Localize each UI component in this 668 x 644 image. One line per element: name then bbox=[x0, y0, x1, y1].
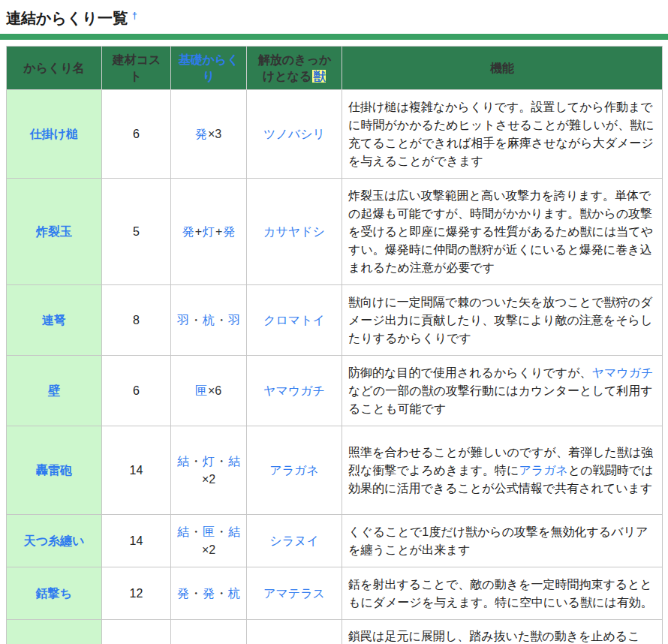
base-karakuri-link[interactable]: 羽 bbox=[177, 314, 189, 327]
beast-inline-link[interactable]: アラガネ bbox=[519, 464, 568, 477]
beast-link[interactable]: カサヤドシ bbox=[263, 225, 325, 238]
base-karakuri-link[interactable]: 灯 bbox=[203, 455, 215, 468]
unlock-beast-cell: ヤマウガチ bbox=[247, 356, 342, 426]
build-cost-cell: 12 bbox=[102, 567, 171, 620]
text-segment: ・ bbox=[189, 455, 203, 468]
base-karakuri-link[interactable]: 発 bbox=[203, 587, 215, 600]
beast-link[interactable]: シラヌイ bbox=[269, 534, 319, 547]
section-divider-bar bbox=[0, 34, 668, 40]
text-segment: ×2 bbox=[201, 473, 216, 486]
table-row: 壁6匣×6ヤマウガチ防御的な目的で使用されるからくりですが、ヤマウガチなどの一部… bbox=[7, 356, 663, 426]
beast-link[interactable]: アラガネ bbox=[269, 464, 319, 477]
base-karakuri-link[interactable]: 結 bbox=[228, 455, 240, 468]
beast-inline-link[interactable]: ヤマウガチ bbox=[592, 366, 654, 379]
function-desc-cell: 炸裂玉は広い攻撃範囲と高い攻撃力を誇ります。単体での起爆も可能ですが、時間がかか… bbox=[342, 179, 663, 285]
karakuri-name-link[interactable]: 天つ糸纏い bbox=[24, 534, 85, 547]
karakuri-name-link[interactable]: 壁 bbox=[48, 384, 60, 397]
karakuri-name-cell: 炸裂玉 bbox=[7, 179, 102, 285]
base-karakuri-cell: 発×3 bbox=[171, 90, 247, 179]
karakuri-name-cell: 仕掛け槌 bbox=[7, 90, 102, 179]
base-karakuri-link[interactable]: 灯 bbox=[203, 225, 215, 238]
base-karakuri-link[interactable]: 発 bbox=[195, 128, 207, 140]
page-title-text: 連結からくり一覧 bbox=[6, 10, 128, 26]
base-karakuri-cell: 羽・杭・羽 bbox=[171, 285, 247, 356]
text-segment: ×3 bbox=[207, 128, 222, 140]
karakuri-name-link[interactable]: 銛撃ち bbox=[36, 587, 72, 600]
function-desc-text: 防御的な目的で使用されるからくりですが、 bbox=[348, 366, 592, 379]
base-karakuri-line: 結・灯・結 bbox=[177, 453, 240, 471]
text-segment: からくり名 bbox=[23, 62, 86, 74]
column-header-build-cost: 建材コスト bbox=[102, 47, 171, 90]
build-cost-cell: 8 bbox=[102, 285, 171, 356]
unlock-beast-cell bbox=[247, 620, 342, 644]
base-karakuri-cell: 発・発・杭 bbox=[171, 567, 247, 620]
karakuri-name-link[interactable]: 轟雷砲 bbox=[36, 464, 72, 477]
base-karakuri-header-link[interactable]: 基礎からくり bbox=[178, 53, 239, 83]
base-karakuri-link[interactable]: 匣 bbox=[195, 384, 207, 397]
base-karakuri-cell: 結・灯・結×2 bbox=[171, 426, 247, 515]
unlock-beast-cell: シラヌイ bbox=[247, 515, 342, 567]
base-karakuri-line: ×2 bbox=[177, 541, 240, 559]
base-karakuri-cell: 発+灯+発 bbox=[171, 179, 247, 285]
table-row: 天つ糸纏い14結・匣・結×2シラヌイくぐることで1度だけ獣からの攻撃を無効化する… bbox=[7, 515, 663, 567]
function-desc-text: などの一部の獣の攻撃行動にはカウンターとして利用することも可能です bbox=[348, 384, 653, 415]
function-desc-text: 炸裂玉は広い攻撃範囲と高い攻撃力を誇ります。単体での起爆も可能ですが、時間がかか… bbox=[348, 189, 653, 274]
base-karakuri-link[interactable]: 杭 bbox=[228, 587, 240, 600]
base-karakuri-line: 羽・杭・羽 bbox=[177, 311, 240, 330]
anchor-link[interactable]: † bbox=[132, 11, 137, 21]
base-karakuri-line: 発+灯+発 bbox=[177, 223, 240, 241]
function-desc-cell: 防御的な目的で使用されるからくりですが、ヤマウガチなどの一部の獣の攻撃行動にはカ… bbox=[342, 356, 663, 426]
text-segment: ・ bbox=[215, 525, 228, 538]
text-segment: ×2 bbox=[201, 543, 216, 556]
base-karakuri-link[interactable]: 結 bbox=[177, 525, 189, 538]
build-cost-cell: 5 bbox=[102, 179, 171, 285]
beast-link[interactable]: アマテラス bbox=[263, 587, 325, 600]
table-head: からくり名建材コスト基礎からくり解放のきっかけとなる獣機能 bbox=[7, 47, 663, 90]
column-header-unlock-beast: 解放のきっかけとなる獣 bbox=[247, 47, 342, 90]
base-karakuri-link[interactable]: 発 bbox=[182, 225, 194, 238]
base-karakuri-link[interactable]: 杭 bbox=[203, 314, 215, 327]
table-body: 仕掛け槌6発×3ツノバシリ仕掛け槌は複雑なからくりです。設置してから作動までに時… bbox=[7, 90, 663, 644]
beast-link[interactable]: クロマトイ bbox=[263, 314, 325, 327]
table-row: 炸裂玉5発+灯+発カサヤドシ炸裂玉は広い攻撃範囲と高い攻撃力を誇ります。単体での… bbox=[7, 179, 663, 285]
karakuri-name-cell: 銛撃ち bbox=[7, 567, 102, 620]
text-segment: ×6 bbox=[207, 384, 222, 397]
karakuri-name-link[interactable]: 連弩 bbox=[42, 314, 66, 327]
function-desc-text: くぐることで1度だけ獣からの攻撃を無効化するバリアを纏うことが出来ます bbox=[348, 525, 648, 556]
function-desc-cell: 銛を射出することで、敵の動きを一定時間拘束するとともにダメージを与えます。特に空… bbox=[342, 567, 663, 620]
unlock-beast-cell: クロマトイ bbox=[247, 285, 342, 356]
function-desc-text: 仕掛け槌は複雑なからくりです。設置してから作動までに時間がかかるためヒットさせる… bbox=[348, 101, 654, 167]
unlock-beast-cell: ツノバシリ bbox=[247, 90, 342, 179]
text-segment: ・ bbox=[215, 587, 228, 600]
text-segment: ・ bbox=[215, 455, 228, 468]
function-desc-text: 鎖罠は足元に展開し、踏み抜いた獣の動きを止めるこ bbox=[348, 630, 640, 642]
base-karakuri-link[interactable]: 結 bbox=[177, 455, 189, 468]
karakuri-table: からくり名建材コスト基礎からくり解放のきっかけとなる獣機能 仕掛け槌6発×3ツノ… bbox=[6, 46, 663, 644]
beast-link[interactable]: ツノバシリ bbox=[263, 128, 325, 140]
column-header-karakuri-name: からくり名 bbox=[7, 47, 102, 90]
base-karakuri-link[interactable]: 匣 bbox=[203, 525, 215, 538]
base-karakuri-line: ×2 bbox=[177, 471, 240, 489]
karakuri-name-cell: 壁 bbox=[7, 356, 102, 426]
base-karakuri-link[interactable]: 発 bbox=[223, 225, 235, 238]
karakuri-name-link[interactable]: 炸裂玉 bbox=[36, 225, 72, 238]
karakuri-name-link[interactable]: 仕掛け槌 bbox=[30, 128, 78, 140]
base-karakuri-line: 結・匣・結 bbox=[177, 523, 240, 541]
function-desc-text: 銛を射出することで、敵の動きを一定時間拘束するとともにダメージを与えます。特に空… bbox=[348, 578, 653, 609]
build-cost-cell: 6 bbox=[102, 356, 171, 426]
function-desc-text: 獣向けに一定間隔で棘のついた矢を放つことで獣狩のダメージ出力に貢献したり、攻撃に… bbox=[348, 296, 652, 345]
function-desc-cell: 照準を合わせることが難しいのですが、着弾した獣は強烈な衝撃でよろめきます。特にア… bbox=[342, 426, 663, 515]
base-karakuri-link[interactable]: 羽 bbox=[228, 314, 240, 327]
build-cost-cell: 6 bbox=[102, 90, 171, 179]
table-row: 銛撃ち12発・発・杭アマテラス銛を射出することで、敵の動きを一定時間拘束するとと… bbox=[7, 567, 663, 620]
base-karakuri-link[interactable]: 結 bbox=[228, 525, 240, 538]
beast-link[interactable]: ヤマウガチ bbox=[263, 384, 325, 397]
karakuri-name-cell: 轟雷砲 bbox=[7, 426, 102, 515]
table-row: 仕掛け槌6発×3ツノバシリ仕掛け槌は複雑なからくりです。設置してから作動までに時… bbox=[7, 90, 663, 179]
base-karakuri-cell bbox=[171, 620, 247, 644]
base-karakuri-link[interactable]: 発 bbox=[177, 587, 189, 600]
karakuri-name-cell: 天つ糸纏い bbox=[7, 515, 102, 567]
text-segment: 機能 bbox=[489, 62, 515, 74]
unlock-beast-cell: カサヤドシ bbox=[247, 179, 342, 285]
base-karakuri-line: 匣×6 bbox=[177, 382, 240, 400]
